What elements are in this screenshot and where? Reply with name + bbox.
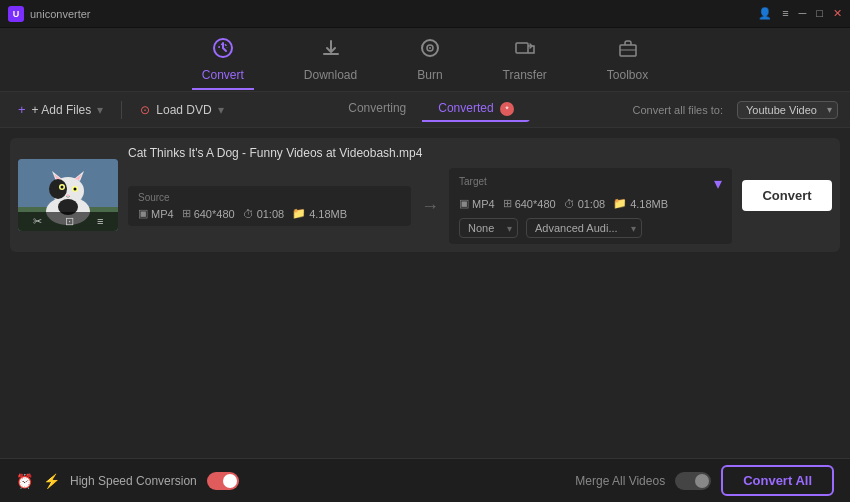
source-format: ▣ MP4 — [138, 207, 174, 220]
download-icon — [320, 37, 342, 64]
target-clock-icon: ⏱ — [564, 198, 575, 210]
convert-all-button[interactable]: Convert All — [721, 465, 834, 496]
sub-select-wrap-2: Advanced Audi... — [526, 218, 642, 238]
svg-point-18 — [61, 186, 64, 189]
resolution-icon: ⊞ — [182, 207, 191, 220]
folder-icon: 📁 — [292, 207, 306, 220]
plus-icon: + — [18, 102, 26, 117]
bottom-bar: ⏰ ⚡ High Speed Conversion Merge All Vide… — [0, 458, 850, 502]
nav-burn[interactable]: Burn — [407, 33, 452, 86]
merge-toggle[interactable] — [675, 472, 711, 490]
titlebar-left: U uniconverter — [8, 6, 91, 22]
arrow-icon: → — [421, 196, 439, 217]
format-select-wrap: Youtube Video MP4 MKV AVI MOV — [737, 101, 838, 119]
svg-point-3 — [429, 47, 431, 49]
source-box: Source ▣ MP4 ⊞ 640*480 ⏱ 01:08 — [128, 186, 411, 226]
format-select[interactable]: Youtube Video MP4 MKV AVI MOV — [737, 101, 838, 119]
source-size: 📁 4.18MB — [292, 207, 347, 220]
maximize-button[interactable]: □ — [816, 8, 823, 19]
speed-toggle[interactable] — [207, 472, 239, 490]
tab-converted-badge: * — [500, 102, 514, 116]
source-meta: ▣ MP4 ⊞ 640*480 ⏱ 01:08 📁 — [138, 207, 401, 220]
target-format-icon: ▣ — [459, 197, 469, 210]
titlebar: U uniconverter 👤 ≡ ─ □ ✕ — [0, 0, 850, 28]
svg-point-15 — [49, 179, 67, 199]
merge-label: Merge All Videos — [575, 474, 665, 488]
nav-convert[interactable]: Convert — [192, 33, 254, 86]
tab-converted-label: Converted — [438, 101, 493, 115]
menu-icon[interactable]: ≡ — [782, 8, 788, 19]
bottom-right: Merge All Videos Convert All — [575, 465, 834, 496]
nav-burn-label: Burn — [417, 68, 442, 82]
target-folder-icon: 📁 — [613, 197, 627, 210]
target-box: Target ▾ ▣ MP4 ⊞ 640*480 ⏱ — [449, 168, 732, 244]
bottom-left: ⏰ ⚡ High Speed Conversion — [16, 472, 565, 490]
minimize-button[interactable]: ─ — [799, 8, 807, 19]
trim-tool-icon[interactable]: ⊡ — [65, 215, 74, 228]
app-title: uniconverter — [30, 8, 91, 20]
target-chevron-icon[interactable]: ▾ — [714, 174, 722, 193]
audio-select[interactable]: Advanced Audi... — [526, 218, 642, 238]
source-resolution: ⊞ 640*480 — [182, 207, 235, 220]
nav-transfer[interactable]: Transfer — [493, 33, 557, 86]
convert-all-to-label: Convert all files to: — [633, 104, 723, 116]
add-files-label: + Add Files — [32, 103, 92, 117]
source-duration: ⏱ 01:08 — [243, 208, 285, 220]
main-content: ✂ ⊡ ≡ Cat Thinks It's A Dog - Funny Vide… — [0, 128, 850, 458]
thumbnail-tools: ✂ ⊡ ≡ — [18, 212, 118, 231]
sub-options: None Advanced Audi... — [459, 218, 722, 238]
convert-icon — [212, 37, 234, 64]
format-icon: ▣ — [138, 207, 148, 220]
tab-converting-label: Converting — [348, 101, 406, 115]
file-row: ✂ ⊡ ≡ Cat Thinks It's A Dog - Funny Vide… — [10, 138, 840, 252]
convert-btn-wrap: Convert — [742, 180, 832, 211]
load-dvd-button[interactable]: ⊙ Load DVD ▾ — [134, 100, 229, 120]
load-dvd-label: Load DVD — [156, 103, 211, 117]
subtitle-select[interactable]: None — [459, 218, 518, 238]
tab-converted[interactable]: Converted * — [422, 97, 530, 122]
titlebar-controls: 👤 ≡ ─ □ ✕ — [758, 8, 842, 19]
svg-rect-4 — [516, 43, 528, 53]
toolbox-icon — [617, 37, 639, 64]
burn-icon — [419, 37, 441, 64]
target-format: ▣ MP4 — [459, 197, 495, 210]
source-target-row: Source ▣ MP4 ⊞ 640*480 ⏱ 01:08 — [128, 168, 732, 244]
clock-icon: ⏱ — [243, 208, 254, 220]
app-logo: U — [8, 6, 24, 22]
speed-toggle-knob — [223, 474, 237, 488]
tab-group: Converting Converted * — [332, 97, 530, 122]
nav-convert-label: Convert — [202, 68, 244, 82]
target-size: 📁 4.18MB — [613, 197, 668, 210]
nav-toolbox-label: Toolbox — [607, 68, 648, 82]
speed-icon: ⚡ — [43, 473, 60, 489]
add-files-button[interactable]: + + Add Files ▾ — [12, 99, 109, 120]
nav-transfer-label: Transfer — [503, 68, 547, 82]
convert-button[interactable]: Convert — [742, 180, 832, 211]
effects-tool-icon[interactable]: ≡ — [97, 215, 103, 228]
nav-download-label: Download — [304, 68, 357, 82]
user-icon[interactable]: 👤 — [758, 8, 772, 19]
target-duration: ⏱ 01:08 — [564, 198, 606, 210]
tab-converting[interactable]: Converting — [332, 97, 422, 122]
load-dvd-chevron[interactable]: ▾ — [218, 103, 224, 117]
crop-tool-icon[interactable]: ✂ — [33, 215, 42, 228]
file-info: Cat Thinks It's A Dog - Funny Videos at … — [128, 146, 732, 244]
toolbar: + + Add Files ▾ ⊙ Load DVD ▾ Converting … — [0, 92, 850, 128]
target-meta: ▣ MP4 ⊞ 640*480 ⏱ 01:08 📁 — [459, 197, 722, 210]
nav-toolbox[interactable]: Toolbox — [597, 33, 658, 86]
file-thumbnail: ✂ ⊡ ≡ — [18, 159, 118, 231]
timer-icon[interactable]: ⏰ — [16, 473, 33, 489]
close-button[interactable]: ✕ — [833, 8, 842, 19]
speed-label: High Speed Conversion — [70, 474, 197, 488]
source-label: Source — [138, 192, 401, 203]
sub-select-wrap-1: None — [459, 218, 518, 238]
file-name: Cat Thinks It's A Dog - Funny Videos at … — [128, 146, 732, 160]
merge-toggle-knob — [695, 474, 709, 488]
target-resolution: ⊞ 640*480 — [503, 197, 556, 210]
svg-point-20 — [74, 188, 77, 191]
add-files-chevron[interactable]: ▾ — [97, 103, 103, 117]
nav-download[interactable]: Download — [294, 33, 367, 86]
toolbar-divider-1 — [121, 101, 122, 119]
transfer-icon — [514, 37, 536, 64]
target-header: Target ▾ — [459, 174, 722, 193]
